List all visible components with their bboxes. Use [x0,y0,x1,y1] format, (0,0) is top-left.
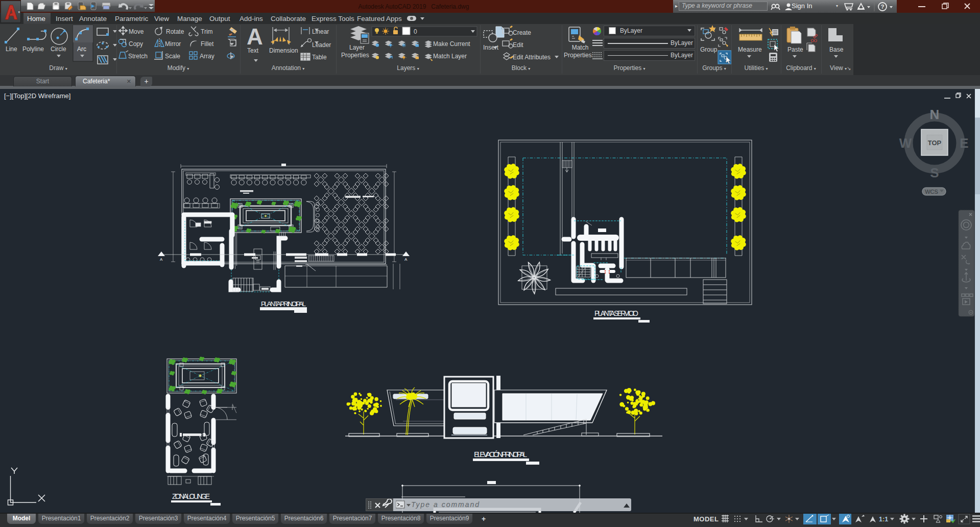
svg-text:PLANTA PRINCIPAL: PLANTA PRINCIPAL [261,300,306,308]
svg-text:N: N [930,107,940,122]
svg-text:0: 0 [414,28,417,35]
svg-text:?: ? [881,4,885,10]
svg-text:ELEVACIÓN PRINCIPAL: ELEVACIÓN PRINCIPAL [474,450,527,459]
svg-text:[−][Top][2D Wireframe]: [−][Top][2D Wireframe] [4,92,70,100]
svg-text:E: E [960,135,968,151]
svg-text:A: A [160,257,163,262]
svg-text:W: W [899,135,912,151]
svg-text:WCS: WCS [925,189,938,195]
svg-text:A: A [404,257,408,262]
svg-text:ZONA LOUNGE: ZONA LOUNGE [172,492,210,500]
svg-text:PLANTA SERVICIO: PLANTA SERVICIO [594,309,638,317]
svg-text:S: S [930,165,939,180]
svg-text:1:1: 1:1 [879,516,888,523]
svg-text:A: A [247,24,263,49]
svg-text:TOP: TOP [928,139,942,147]
